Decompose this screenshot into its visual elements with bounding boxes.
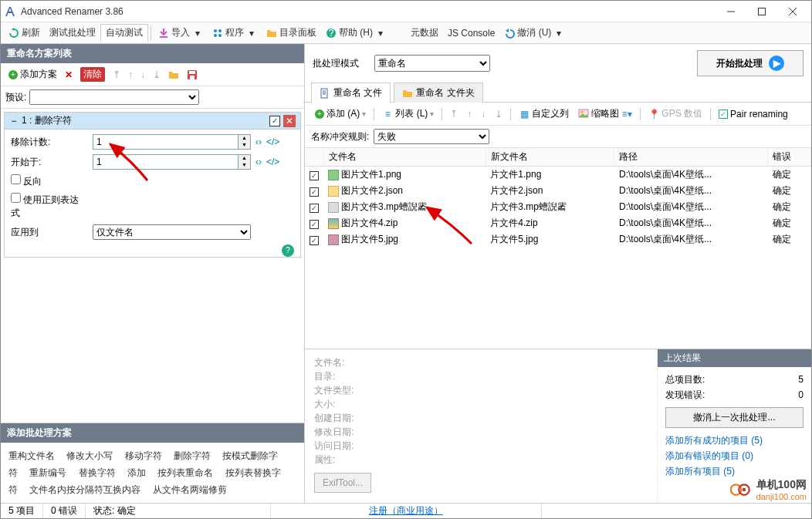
open-folder-button[interactable] — [165, 68, 182, 82]
backward-checkbox[interactable] — [11, 174, 21, 184]
svg-rect-12 — [189, 71, 195, 74]
add-method-link[interactable]: 按列表重命名 — [157, 467, 213, 478]
add-method-link[interactable]: 重构文件名 — [8, 450, 55, 461]
svg-text:?: ? — [329, 28, 334, 39]
regex-checkbox[interactable] — [11, 193, 21, 203]
register-link[interactable]: 注册（商业用途） — [369, 504, 443, 517]
col-filename[interactable]: 文件名 — [323, 148, 486, 167]
mode-select[interactable]: 重命名 — [374, 55, 490, 72]
import-button[interactable]: 导入▾ — [154, 25, 208, 41]
method-help-icon[interactable]: ? — [282, 244, 294, 257]
col-error[interactable]: 错误 — [768, 148, 811, 167]
add-success-link[interactable]: 添加所有成功的项目 (5) — [665, 433, 804, 448]
row-checkbox[interactable]: ✓ — [310, 187, 319, 197]
variable-icon[interactable]: ‹› — [255, 136, 262, 147]
table-row[interactable]: ✓ 图片文件5.jpg 片文件5.jpgD:\tools\桌面\4K壁纸...确… — [305, 231, 811, 248]
thumbnail-button[interactable]: 缩略图≡▾ — [574, 106, 636, 122]
save-button[interactable] — [184, 68, 201, 82]
autotest-button[interactable]: 自动测试 — [100, 24, 148, 42]
metadata-button[interactable]: 元数据 — [406, 25, 443, 41]
svg-point-6 — [218, 29, 222, 32]
add-method-link[interactable]: 修改大小写 — [66, 450, 113, 461]
undo-last-button[interactable]: 撤消上一次批处理... — [665, 407, 804, 428]
conflict-label: 名称冲突规则: — [311, 130, 369, 143]
add-method-link[interactable]: 删除字符 — [174, 450, 211, 461]
add-method-link[interactable]: 替换字符 — [79, 467, 116, 478]
custom-columns-button[interactable]: ▦自定义列 — [515, 106, 573, 122]
apply-to-label: 应用到 — [11, 226, 88, 239]
spin-down-button[interactable]: ▼ — [239, 142, 250, 149]
info-created-label: 创建日期: — [314, 411, 648, 425]
refresh-button[interactable]: 刷新 — [4, 25, 45, 41]
method-close-button[interactable]: ✕ — [283, 115, 296, 127]
clear-button[interactable]: 清除 — [77, 66, 108, 83]
move-up-button[interactable]: ↑ — [125, 68, 136, 82]
add-method-link[interactable]: 添加 — [127, 467, 146, 478]
gps-button[interactable]: 📍GPS 数值 — [645, 106, 706, 122]
conflict-select[interactable]: 失败 — [374, 129, 489, 144]
move-down-button[interactable]: ↓ — [137, 68, 148, 82]
move-bottom-button[interactable]: ⤓ — [491, 107, 506, 121]
add-method-link[interactable]: 文件名内按分隔符互换内容 — [29, 484, 140, 495]
table-row[interactable]: ✓ 图片文件3.mp螬誽霱 片文件3.mp螬誽霱D:\tools\桌面\4K壁纸… — [305, 199, 811, 215]
start-batch-button[interactable]: 开始批处理▶ — [697, 50, 804, 76]
svg-point-19 — [581, 110, 584, 113]
code-icon[interactable]: </> — [266, 136, 279, 147]
jsconsole-button[interactable]: JS Console — [443, 26, 499, 40]
plus-icon: + — [8, 70, 18, 79]
spin-up-button[interactable]: ▲ — [239, 155, 250, 162]
exiftool-button[interactable]: ExifTool... — [314, 473, 371, 493]
spin-up-button[interactable]: ▲ — [239, 135, 250, 142]
tab-folders[interactable]: 重命名 文件夹 — [394, 83, 482, 103]
minimize-button[interactable] — [716, 1, 746, 22]
add-error-link[interactable]: 添加有错误的项目 (0) — [665, 448, 804, 463]
add-file-button[interactable]: +添加 (A)▾ — [311, 106, 370, 122]
add-method-link[interactable]: 从文件名两端修剪 — [153, 484, 227, 495]
close-button[interactable] — [777, 1, 808, 22]
row-checkbox[interactable]: ✓ — [310, 171, 319, 180]
status-state: 状态: 确定 — [86, 504, 271, 518]
columns-icon: ▦ — [519, 109, 529, 120]
variable-icon[interactable]: ‹› — [255, 157, 262, 167]
row-checkbox[interactable]: ✓ — [310, 204, 319, 213]
move-up-button[interactable]: ↑ — [463, 107, 475, 121]
remove-count-input[interactable] — [93, 134, 239, 150]
table-row[interactable]: ✓ 图片文件2.json 片文件2.jsonD:\tools\桌面\4K壁纸..… — [305, 183, 811, 199]
status-items: 5 项目 — [1, 504, 43, 518]
add-method-link[interactable]: 移动字符 — [125, 450, 162, 461]
table-row[interactable]: ✓ 图片文件1.png 片文件1.pngD:\tools\桌面\4K壁纸...确… — [305, 167, 811, 184]
undo-button[interactable]: 撤消 (U)▾ — [499, 25, 569, 41]
move-down-button[interactable]: ↓ — [477, 107, 489, 121]
delete-plan-button[interactable]: ✕ — [62, 68, 76, 82]
col-path[interactable]: 路径 — [614, 148, 768, 167]
add-method-link[interactable]: 重新编号 — [29, 467, 66, 478]
maximize-button[interactable] — [746, 1, 777, 22]
tab-files[interactable]: 重命名 文件 — [311, 83, 391, 103]
program-button[interactable]: 程序▾ — [208, 25, 262, 41]
undo-icon — [504, 28, 515, 39]
row-checkbox[interactable]: ✓ — [310, 220, 319, 229]
help-button[interactable]: ?帮助 (H)▾ — [321, 25, 391, 41]
rename-plan-header: 重命名方案列表 — [1, 44, 304, 63]
preset-select[interactable] — [29, 89, 199, 105]
col-newname[interactable]: 新文件名 — [486, 148, 614, 167]
code-icon[interactable]: </> — [266, 157, 279, 167]
move-bottom-button[interactable]: ⤓ — [150, 68, 164, 82]
spin-down-button[interactable]: ▼ — [239, 162, 250, 169]
info-modified-label: 修改日期: — [314, 425, 648, 439]
list-button[interactable]: ≡列表 (L)▾ — [378, 106, 438, 122]
test-batch-button[interactable]: 测试批处理 — [45, 25, 100, 41]
start-at-input[interactable] — [93, 154, 239, 170]
file-type-icon — [328, 202, 339, 213]
method-enable-checkbox[interactable]: ✓ — [269, 116, 280, 126]
catalog-button[interactable]: 目录面板 — [262, 25, 321, 41]
apply-to-select[interactable]: 仅文件名 — [93, 224, 251, 240]
pair-renaming-checkbox[interactable]: ✓ Pair renaming — [715, 107, 792, 121]
add-all-link[interactable]: 添加所有项目 (5) — [665, 463, 804, 479]
row-checkbox[interactable]: ✓ — [310, 236, 319, 245]
move-top-button[interactable]: ⤒ — [110, 68, 123, 82]
collapse-method-button[interactable]: − — [9, 116, 19, 126]
table-row[interactable]: ✓ 图片文件4.zip 片文件4.zipD:\tools\桌面\4K壁纸...确… — [305, 215, 811, 231]
move-top-button[interactable]: ⤒ — [446, 107, 462, 121]
add-plan-button[interactable]: +添加方案 — [5, 66, 60, 83]
